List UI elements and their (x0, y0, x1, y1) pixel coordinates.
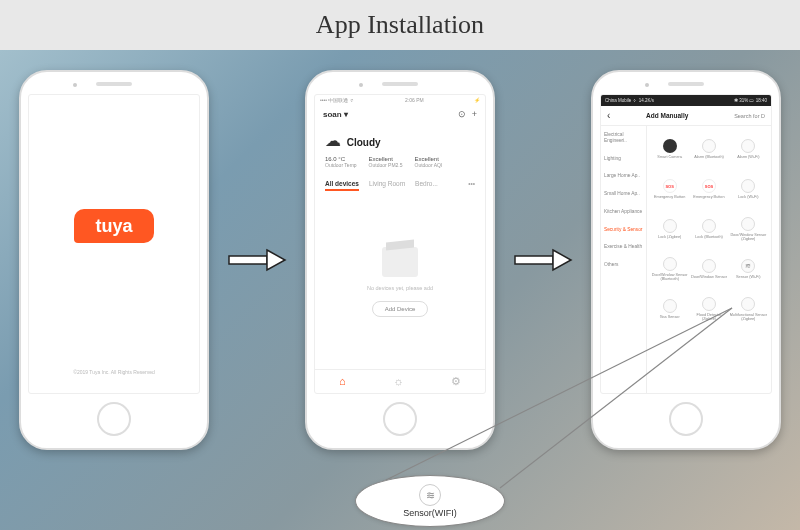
device-label: Door/Window Sensor (Zigbee) (729, 233, 768, 241)
status-bar: •••• 中国联通 ᯤ 2:06 PM ⚡ (315, 95, 485, 105)
device-item[interactable]: Lock (Wi-Fi) (729, 169, 768, 209)
device-icon (663, 299, 677, 313)
device-item[interactable]: Lock (Bluetooth) (689, 209, 728, 249)
category-item[interactable]: Kitchen Appliance (601, 203, 646, 221)
device-item[interactable]: SOSEmergency Button (689, 169, 728, 209)
phone-speaker (96, 82, 132, 86)
phone-step-2: •••• 中国联通 ᯤ 2:06 PM ⚡ soan ▾ ⊙ + ☁ Cloud… (305, 70, 495, 450)
device-label: Door/Window Sensor (Bluetooth) (650, 273, 689, 281)
nav-me[interactable]: ⚙ (451, 375, 461, 388)
device-icon (702, 219, 716, 233)
svg-marker-3 (553, 250, 571, 270)
box-icon (382, 247, 418, 277)
device-label: Smart Camera (657, 155, 682, 159)
device-tabs: All devicesLiving RoomBedro...••• (315, 174, 485, 194)
tabs-more-icon[interactable]: ••• (468, 180, 475, 191)
phone-step-1: tuya ©2019 Tuya Inc. All Rights Reserved (19, 70, 209, 450)
home-button[interactable] (383, 402, 417, 436)
arrow-icon (513, 248, 573, 272)
device-item[interactable]: Lock (Zigbee) (650, 209, 689, 249)
status-bar: China Mobile ᯤ 14.2K/s ✱ 31% ▭ 18:40 (601, 95, 771, 106)
copyright-text: ©2019 Tuya Inc. All Rights Reserved (73, 369, 155, 375)
weather-card: ☁ Cloudy 16.0 °COutdoor TempExcellentOut… (315, 123, 485, 174)
device-label: Lock (Zigbee) (658, 235, 681, 239)
voice-icon[interactable]: ⊙ (458, 109, 466, 119)
plus-icon[interactable]: + (472, 109, 477, 119)
status-left: China Mobile ᯤ 14.2K/s (605, 98, 654, 103)
device-icon: SOS (663, 179, 677, 193)
status-left: •••• 中国联通 ᯤ (320, 97, 355, 103)
device-icon (663, 257, 677, 271)
device-item[interactable]: Flood Detector (Zigbee) (689, 289, 728, 329)
phone-step-3: China Mobile ᯤ 14.2K/s ✱ 31% ▭ 18:40 ‹ A… (591, 70, 781, 450)
phones-row: tuya ©2019 Tuya Inc. All Rights Reserved… (0, 50, 800, 470)
app-header: soan ▾ ⊙ + (315, 105, 485, 123)
device-item[interactable]: Door/Window Sensor (Bluetooth) (650, 249, 689, 289)
screen-home: •••• 中国联通 ᯤ 2:06 PM ⚡ soan ▾ ⊙ + ☁ Cloud… (314, 94, 486, 394)
home-button[interactable] (669, 402, 703, 436)
device-icon (741, 217, 755, 231)
tab-all-devices[interactable]: All devices (325, 180, 359, 191)
device-item[interactable]: Smart Camera (650, 129, 689, 169)
category-item[interactable]: Large Home Ap.. (601, 167, 646, 185)
device-item[interactable]: Multifunctional Sensor (Zigbee) (729, 289, 768, 329)
arrow-icon (227, 248, 287, 272)
callout-bubble: ≋ Sensor(WIFI) (355, 475, 505, 527)
phone-camera-dot (73, 83, 77, 87)
sensor-wifi-icon: ≋ (419, 484, 441, 506)
device-icon (663, 219, 677, 233)
device-item[interactable]: Gas Sensor (650, 289, 689, 329)
device-label: Alarm (Wi-Fi) (737, 155, 759, 159)
device-item[interactable]: Door/Window Sensor (Zigbee) (729, 209, 768, 249)
header-title[interactable]: Add Manually (600, 112, 734, 119)
screen-add-device: China Mobile ᯤ 14.2K/s ✱ 31% ▭ 18:40 ‹ A… (600, 94, 772, 394)
category-item[interactable]: Small Home Ap.. (601, 185, 646, 203)
empty-state: No devices yet, please add Add Device (315, 194, 485, 369)
device-item[interactable]: SOSEmergency Button (650, 169, 689, 209)
device-item[interactable]: Alarm (Wi-Fi) (729, 129, 768, 169)
weather-stat: 16.0 °COutdoor Temp (325, 156, 357, 168)
status-right: ✱ 31% ▭ 18:40 (734, 98, 767, 103)
header-search[interactable]: Search for D (734, 113, 765, 119)
screen-header: ‹ Add Manually Search for D (601, 106, 771, 126)
device-icon (741, 139, 755, 153)
device-icon (702, 259, 716, 273)
svg-marker-1 (267, 250, 285, 270)
cloud-icon: ☁ (325, 132, 341, 149)
phone-camera-dot (359, 83, 363, 87)
device-label: Emergency Button (693, 195, 724, 199)
nav-my-home[interactable]: ⌂ (339, 375, 346, 388)
phone-camera-dot (645, 83, 649, 87)
device-label: Lock (Bluetooth) (695, 235, 723, 239)
tab-living-room[interactable]: Living Room (369, 180, 405, 191)
category-item[interactable]: Security & Sensor (601, 221, 646, 239)
weather-condition: Cloudy (347, 137, 381, 148)
category-item[interactable]: Others (601, 256, 646, 274)
tab-bedro-[interactable]: Bedro... (415, 180, 438, 191)
page-title: App Installation (0, 0, 800, 50)
home-button[interactable] (97, 402, 131, 436)
empty-text: No devices yet, please add (367, 285, 433, 291)
category-item[interactable]: Exercise & Health (601, 238, 646, 256)
phone-speaker (668, 82, 704, 86)
phone-speaker (382, 82, 418, 86)
device-label: Multifunctional Sensor (Zigbee) (729, 313, 768, 321)
category-item[interactable]: Lighting (601, 150, 646, 168)
bottom-nav: ⌂☼⚙ (315, 369, 485, 393)
nav-smart[interactable]: ☼ (393, 375, 403, 388)
device-label: Emergency Button (654, 195, 685, 199)
add-device-button[interactable]: Add Device (372, 301, 429, 317)
device-icon (663, 139, 677, 153)
account-dropdown[interactable]: soan ▾ (323, 110, 348, 119)
device-label: Door/Window Sensor (691, 275, 727, 279)
status-time: 2:06 PM (405, 97, 424, 103)
device-label: Lock (Wi-Fi) (738, 195, 758, 199)
status-right: ⚡ (474, 97, 480, 103)
device-icon (741, 179, 755, 193)
device-item[interactable]: Door/Window Sensor (689, 249, 728, 289)
category-item[interactable]: Electrical Engineeri.. (601, 126, 646, 150)
device-item[interactable]: ≋Sensor (Wi-Fi) (729, 249, 768, 289)
device-item[interactable]: Alarm (Bluetooth) (689, 129, 728, 169)
tuya-logo: tuya (74, 209, 154, 243)
device-icon: ≋ (741, 259, 755, 273)
